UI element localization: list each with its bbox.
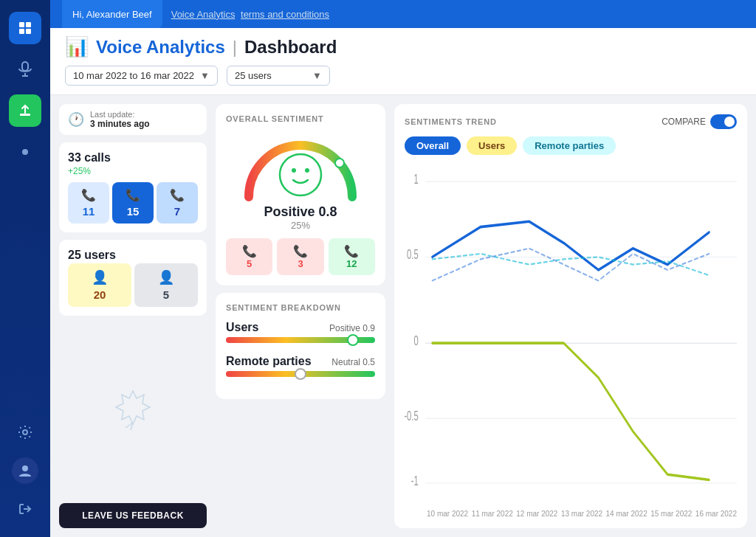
remote-breakdown-name: Remote parties: [226, 355, 312, 368]
user-box-1: 👤 20: [68, 263, 131, 307]
phone-positive-icon: 📞: [344, 244, 359, 258]
user-count-1: 20: [94, 288, 106, 301]
avatar[interactable]: [12, 457, 38, 484]
trend-tabs: Overall Users Remote parties: [405, 136, 737, 155]
compare-label: COMPARE: [662, 117, 706, 127]
x-label-5: 15 mar 2022: [650, 510, 692, 518]
sidebar-item-logout[interactable]: [9, 493, 41, 525]
remote-breakdown-value: Neutral 0.5: [331, 357, 375, 367]
toggle-switch[interactable]: [710, 114, 737, 129]
svg-rect-2: [19, 29, 24, 34]
users-filter-value: 25 users: [235, 70, 272, 81]
sentiment-row: 📞 5 📞 3 📞 12: [226, 238, 375, 275]
svg-point-15: [292, 168, 296, 173]
svg-point-16: [305, 168, 309, 173]
tab-remote-parties[interactable]: Remote parties: [523, 136, 616, 155]
svg-text:0.5: 0.5: [407, 248, 419, 262]
sidebar-item-upload[interactable]: [9, 94, 41, 127]
compare-toggle[interactable]: COMPARE: [662, 114, 737, 129]
sidebar-item-settings[interactable]: [9, 416, 41, 448]
svg-rect-4: [22, 62, 28, 71]
phone-negative-icon: 📞: [242, 244, 257, 258]
calls-stat-card: 33 calls +25% 📞 11 📞 15 📞 7: [59, 142, 207, 232]
top-bar: Hi, Alexander Beef Voice Analytics terms…: [50, 0, 756, 28]
user-icon-1: 👤: [92, 269, 108, 285]
dashboard-label: Dashboard: [244, 37, 337, 58]
phone-neutral-icon: 📞: [293, 244, 308, 258]
remote-breakdown: Remote parties Neutral 0.5: [226, 355, 375, 377]
trend-svg: 1 0.5 0 -0.5 -1: [405, 162, 737, 507]
svg-point-9: [23, 430, 27, 434]
call-box-2: 📞 15: [112, 182, 154, 224]
bar-chart-icon: 📊: [65, 35, 89, 58]
call-box-1: 📞 11: [68, 182, 109, 224]
greeting-label: Hi, Alexander Beef: [62, 0, 162, 28]
x-label-0: 10 mar 2022: [427, 510, 468, 518]
calls-change: +25%: [68, 166, 198, 176]
x-axis: 10 mar 2022 11 mar 2022 12 mar 2022 13 m…: [405, 507, 737, 518]
remote-breakdown-indicator: [295, 368, 306, 380]
svg-point-13: [335, 159, 344, 167]
left-panel: 🕐 Last update: 3 minutes ago 33 calls +2…: [59, 104, 207, 528]
users-breakdown-indicator: [347, 334, 359, 346]
neutral-pill: 📞 3: [277, 238, 323, 275]
gauge-container: Positive 0.8 25%: [226, 131, 375, 231]
call-count-3: 7: [174, 205, 180, 218]
breakdown-title: SENTIMENT BREAKDOWN: [226, 303, 375, 312]
app-name: Voice Analytics: [171, 9, 236, 20]
trend-chart: 1 0.5 0 -0.5 -1: [405, 162, 737, 507]
users-stat-card: 25 users 👤 20 👤 5: [59, 240, 207, 316]
breakdown-card: SENTIMENT BREAKDOWN Users Positive 0.9 R…: [216, 293, 385, 399]
phone-icon-1: 📞: [81, 188, 96, 202]
title-separator: |: [233, 37, 237, 58]
positive-count: 12: [346, 258, 357, 269]
terms-link[interactable]: terms and conditions: [241, 9, 329, 20]
sidebar-item-mic[interactable]: [9, 53, 41, 86]
negative-count: 5: [247, 258, 252, 269]
svg-point-10: [22, 465, 28, 471]
call-count-1: 11: [83, 205, 95, 218]
date-filter-value: 10 mar 2022 to 16 mar 2022: [73, 70, 194, 81]
users-filter-arrow: ▼: [312, 70, 322, 81]
page-title: 📊 Voice Analytics | Dashboard: [65, 35, 741, 58]
app-name-link: Voice Analytics terms and conditions: [171, 9, 329, 20]
sentiment-pct: 25%: [291, 220, 310, 231]
negative-pill: 📞 5: [226, 238, 272, 275]
call-box-3: 📞 7: [157, 182, 198, 224]
svg-rect-7: [20, 114, 30, 116]
users-breakdown: Users Positive 0.9: [226, 321, 375, 343]
users-breakdown-bar: [226, 337, 375, 343]
overall-sentiment-card: OVERALL SENTIMENT: [216, 104, 385, 285]
svg-rect-1: [26, 22, 31, 27]
svg-text:0: 0: [413, 334, 418, 348]
overall-sentiment-title: OVERALL SENTIMENT: [226, 114, 375, 123]
neutral-count: 3: [298, 258, 303, 269]
svg-point-8: [22, 149, 28, 155]
date-filter-arrow: ▼: [200, 70, 210, 81]
tab-users[interactable]: Users: [467, 136, 517, 155]
call-boxes: 📞 11 📞 15 📞 7: [68, 182, 198, 224]
calls-count: 33 calls: [68, 151, 198, 164]
middle-panel: OVERALL SENTIMENT: [216, 104, 385, 528]
dashboard-body: 🕐 Last update: 3 minutes ago 33 calls +2…: [50, 95, 756, 537]
user-boxes: 👤 20 👤 5: [68, 263, 198, 307]
sidebar: [0, 0, 50, 537]
voice-analytics-label: Voice Analytics: [96, 37, 225, 58]
tab-overall[interactable]: Overall: [405, 136, 461, 155]
svg-text:-0.5: -0.5: [405, 409, 419, 423]
clock-icon: 🕐: [68, 111, 84, 128]
users-filter[interactable]: 25 users ▼: [227, 66, 330, 86]
x-label-6: 16 mar 2022: [695, 510, 737, 518]
x-label-2: 12 mar 2022: [516, 510, 557, 518]
coming-soon-area: [59, 323, 207, 496]
sidebar-item-dot[interactable]: [9, 136, 41, 168]
feedback-button[interactable]: LEAVE US FEEDBACK: [59, 503, 207, 528]
users-breakdown-value: Positive 0.9: [329, 323, 375, 333]
users-count: 25 users: [68, 249, 198, 262]
last-update-label: Last update:: [90, 110, 150, 119]
users-breakdown-name: Users: [226, 321, 258, 334]
date-filter[interactable]: 10 mar 2022 to 16 mar 2022 ▼: [65, 66, 218, 86]
x-label-1: 11 mar 2022: [472, 510, 513, 518]
phone-icon-3: 📞: [170, 188, 185, 202]
sidebar-item-dashboard[interactable]: [9, 12, 41, 44]
